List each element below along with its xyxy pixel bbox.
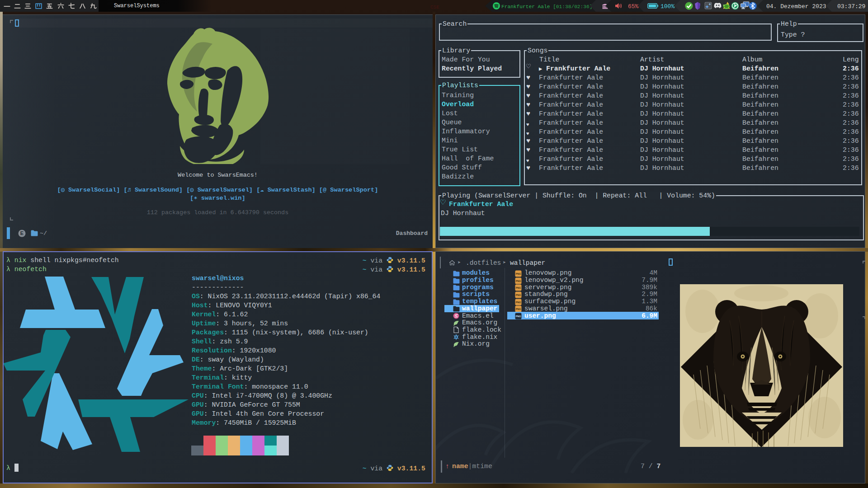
svg-text:E: E xyxy=(20,230,24,236)
svg-text:PNG: PNG xyxy=(516,315,521,318)
svg-text:PNG: PNG xyxy=(516,294,521,296)
svg-text:PNG: PNG xyxy=(516,272,521,275)
svg-text:PNG: PNG xyxy=(516,280,521,282)
svg-text:PNG: PNG xyxy=(516,308,521,310)
svg-text:PNG: PNG xyxy=(516,301,521,304)
svg-text:PNG: PNG xyxy=(516,286,521,289)
